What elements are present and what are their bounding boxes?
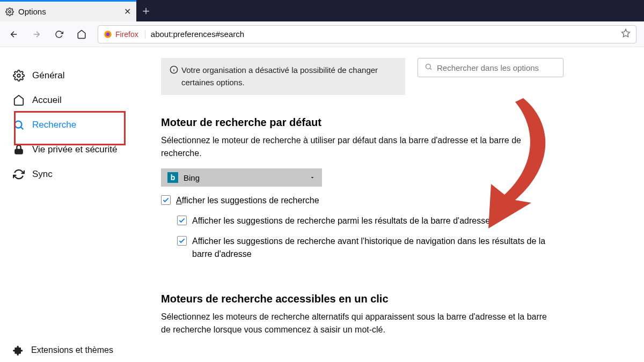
checkbox-suggestions-before-history[interactable]: Afficher les suggestions de recherche av…	[177, 235, 564, 261]
checkbox-label: Afficher les suggestions de recherche pa…	[192, 215, 490, 227]
sidebar-item-sync[interactable]: Sync	[0, 162, 140, 187]
options-search-input[interactable]: Rechercher dans les options	[418, 58, 564, 77]
sync-icon	[13, 168, 25, 180]
info-icon	[170, 65, 178, 78]
gear-icon	[5, 8, 14, 16]
sidebar-item-privacy[interactable]: Vie privée et sécurité	[0, 137, 140, 162]
gear-icon	[13, 70, 25, 82]
svg-point-8	[426, 64, 431, 69]
checkbox-show-suggestions[interactable]: AAfficher les suggestions de rechercheff…	[161, 194, 547, 207]
url-bar[interactable]: Firefox about:preferences#search	[98, 25, 636, 43]
home-button[interactable]	[73, 26, 90, 43]
close-icon[interactable]: ✕	[124, 6, 131, 17]
new-tab-button[interactable]: ＋	[136, 0, 156, 21]
lock-icon	[13, 144, 25, 156]
banner-text: Votre organisation a désactivé la possib…	[181, 64, 397, 88]
sidebar-item-label: Vie privée et sécurité	[32, 144, 117, 155]
svg-point-2	[106, 32, 110, 36]
section-desc-oneclick: Sélectionnez les moteurs de recherche al…	[161, 311, 558, 336]
reload-button[interactable]	[50, 26, 68, 43]
product-label: Firefox	[115, 30, 138, 39]
sidebar-item-search[interactable]: Recherche	[0, 113, 140, 137]
checkbox-label: Afficher les suggestions de recherche av…	[192, 235, 564, 261]
preferences-content: Votre organisation a désactivé la possib…	[140, 47, 644, 362]
svg-rect-6	[15, 149, 23, 154]
sidebar-item-general[interactable]: Général	[0, 63, 140, 88]
section-heading-default-engine: Moteur de recherche par défaut	[161, 116, 623, 129]
sidebar-footer-label: Extensions et thèmes	[31, 345, 113, 355]
sidebar-item-home[interactable]: Accueil	[0, 88, 140, 113]
sidebar-item-label: Recherche	[32, 120, 76, 130]
checkbox-icon	[177, 236, 187, 246]
sidebar-item-label: Général	[32, 70, 64, 81]
sidebar-item-label: Sync	[32, 169, 53, 180]
section-desc: Sélectionnez le moteur de recherche à ut…	[161, 134, 558, 160]
svg-point-4	[17, 74, 20, 77]
section-heading-oneclick: Moteurs de recherche accessibles en un c…	[161, 293, 623, 305]
url-text: about:preferences#search	[151, 29, 244, 39]
checkbox-icon	[161, 195, 171, 205]
svg-point-5	[15, 121, 22, 128]
svg-marker-3	[622, 29, 630, 36]
bookmark-star-icon[interactable]	[621, 28, 631, 40]
svg-point-0	[9, 11, 11, 13]
sidebar-item-addons[interactable]: Extensions et thèmes	[0, 338, 140, 362]
preferences-sidebar: Général Accueil Recherche Vie privée et …	[0, 47, 140, 362]
bing-logo-icon: b	[167, 172, 178, 183]
home-icon	[13, 94, 25, 106]
browser-tab[interactable]: Options ✕	[0, 0, 136, 21]
checkbox-label: AAfficher les suggestions de rechercheff…	[176, 194, 319, 207]
tab-title: Options	[18, 7, 120, 16]
firefox-badge: Firefox	[104, 30, 145, 39]
search-icon	[425, 63, 433, 72]
sidebar-item-label: Accueil	[32, 95, 62, 106]
tab-bar: Options ✕ ＋	[0, 0, 644, 21]
puzzle-icon	[13, 345, 24, 356]
search-icon	[13, 119, 25, 131]
checkbox-suggestions-in-urlbar[interactable]: Afficher les suggestions de recherche pa…	[177, 215, 564, 227]
back-button[interactable]	[5, 26, 23, 43]
default-engine-select[interactable]: b Bing	[161, 168, 322, 187]
selected-engine-label: Bing	[184, 173, 200, 182]
forward-button[interactable]	[28, 26, 45, 43]
info-banner: Votre organisation a désactivé la possib…	[161, 58, 405, 95]
checkbox-icon	[177, 216, 187, 225]
chevron-down-icon	[309, 173, 316, 182]
nav-toolbar: Firefox about:preferences#search	[0, 21, 644, 47]
search-placeholder: Rechercher dans les options	[437, 63, 539, 72]
